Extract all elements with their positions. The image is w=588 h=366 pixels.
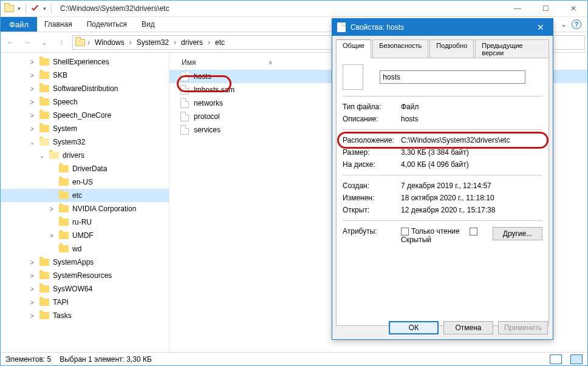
checkbox-readonly[interactable]	[401, 228, 409, 236]
status-item-count: Элементов: 5	[5, 355, 51, 364]
chevron-down-icon[interactable]: ▾	[18, 5, 21, 12]
tree-expander-icon[interactable]: >	[29, 313, 36, 319]
tree-node[interactable]: >NVIDIA Corporation	[1, 202, 169, 215]
tree-node[interactable]: >SoftwareDistribution	[1, 82, 169, 95]
label-size: Размер:	[343, 148, 401, 157]
window-title: C:\Windows\System32\drivers\etc	[56, 4, 504, 13]
tree-expander-icon[interactable]: >	[29, 72, 36, 79]
tree-expander-icon[interactable]: >	[29, 59, 36, 66]
column-header-name[interactable]: Имя	[169, 58, 196, 67]
tree-node[interactable]: wd	[1, 242, 169, 256]
ribbon-tab-share[interactable]: Поделиться	[80, 17, 134, 32]
tree-node[interactable]: DriverData	[1, 162, 169, 175]
tree-node-label: wd	[72, 245, 81, 253]
minimize-button[interactable]: —	[504, 1, 532, 16]
tree-expander-icon[interactable]: >	[29, 126, 36, 132]
tree-node[interactable]: >System	[1, 122, 169, 135]
chevron-right-icon[interactable]: ›	[173, 38, 177, 47]
tree-node[interactable]: >SysWOW64	[1, 282, 169, 296]
nav-recent-button[interactable]: ⌄	[37, 35, 52, 50]
file-icon	[180, 72, 189, 81]
file-name: services	[194, 126, 220, 134]
tab-previous-versions[interactable]: Предыдущие версии	[475, 39, 549, 58]
ribbon-tab-home[interactable]: Главная	[37, 17, 80, 32]
tree-node[interactable]: ⌄System32	[1, 135, 169, 149]
cancel-button[interactable]: Отмена	[443, 321, 493, 334]
nav-back-button[interactable]: ←	[3, 35, 18, 50]
apply-button[interactable]: Применить	[498, 321, 548, 334]
ribbon-expand-button[interactable]: ⌄	[556, 17, 572, 32]
nav-forward-button[interactable]: →	[20, 35, 35, 50]
tree-node[interactable]: etc	[1, 189, 169, 202]
help-button[interactable]: ?	[572, 19, 581, 29]
folder-icon	[59, 219, 69, 226]
chevron-right-icon[interactable]: ›	[128, 38, 133, 47]
tree-expander-icon[interactable]: >	[29, 273, 36, 279]
tree-expander-icon[interactable]: ⌄	[38, 152, 46, 159]
tree-node[interactable]: >UMDF	[1, 229, 169, 242]
tree-node[interactable]: >Speech_OneCore	[1, 109, 169, 122]
tree-expander-icon[interactable]: >	[48, 206, 55, 212]
tree-expander-icon[interactable]: >	[29, 299, 36, 306]
separator	[51, 4, 52, 13]
quick-access-toolbar: ▾ ▾	[1, 4, 56, 14]
label-accessed: Открыт:	[343, 206, 401, 214]
tree-node[interactable]: >Speech	[1, 95, 169, 109]
maximize-button[interactable]: ☐	[532, 1, 559, 16]
tree-expander-icon[interactable]: >	[29, 86, 36, 92]
tree-expander-icon[interactable]: >	[29, 99, 36, 106]
tree-node[interactable]: >Tasks	[1, 309, 169, 322]
tree-expander-icon[interactable]: ⌄	[29, 139, 36, 146]
tree-node[interactable]: >ShellExperiences	[1, 55, 169, 69]
folder-icon	[59, 205, 69, 212]
tree-node[interactable]: >SKB	[1, 69, 169, 82]
value-description: hosts	[401, 115, 542, 123]
tree-node[interactable]: >TAPI	[1, 296, 169, 309]
properties-icon[interactable]	[31, 4, 39, 14]
breadcrumb-item[interactable]: Windows	[92, 36, 127, 49]
breadcrumb-item[interactable]: System32	[134, 36, 171, 49]
chevron-down-icon[interactable]: ▾	[43, 5, 46, 12]
tree-expander-icon[interactable]: >	[29, 112, 36, 119]
ribbon-file-tab[interactable]: Файл	[1, 17, 37, 32]
tree-node[interactable]: ru-RU	[1, 215, 169, 229]
tree-expander-icon[interactable]: >	[29, 286, 36, 293]
tree-node-label: SKB	[53, 71, 67, 80]
value-modified: 18 октября 2020 г., 11:18:10	[401, 194, 542, 202]
nav-up-button[interactable]: ↑	[54, 35, 69, 50]
ribbon-tab-view[interactable]: Вид	[134, 17, 162, 32]
view-details-button[interactable]	[550, 354, 562, 364]
tree-node[interactable]: ⌄drivers	[1, 149, 169, 162]
dialog-titlebar[interactable]: Свойства: hosts ✕	[332, 19, 553, 36]
tab-security[interactable]: Безопасность	[372, 39, 428, 58]
breadcrumb-item[interactable]: drivers	[179, 36, 205, 49]
file-icon	[180, 85, 189, 95]
folder-icon	[59, 165, 69, 172]
tree-node[interactable]: >SystemApps	[1, 256, 169, 269]
chevron-right-icon[interactable]: ›	[86, 38, 91, 47]
tree-node-label: Speech	[53, 98, 78, 106]
tab-details[interactable]: Подробно	[429, 39, 474, 58]
close-button[interactable]: ✕	[559, 1, 587, 16]
file-name: protocol	[194, 112, 220, 121]
ok-button[interactable]: ОК	[389, 321, 439, 334]
dialog-buttons: ОК Отмена Применить	[389, 321, 548, 334]
tab-general[interactable]: Общие	[336, 39, 371, 58]
tree-expander-icon[interactable]: >	[29, 259, 36, 266]
breadcrumb-item[interactable]: etc	[213, 36, 227, 49]
file-name: networks	[194, 99, 223, 107]
attributes-advanced-button[interactable]: Другие...	[493, 227, 542, 240]
view-icons-button[interactable]	[570, 354, 583, 364]
tree-node[interactable]: en-US	[1, 175, 169, 189]
chevron-right-icon[interactable]: ›	[207, 38, 211, 47]
nav-tree[interactable]: >ShellExperiences>SKB>SoftwareDistributi…	[1, 53, 169, 352]
label-created: Создан:	[343, 181, 401, 190]
tree-node[interactable]: >SystemResources	[1, 269, 169, 282]
checkbox-hidden[interactable]	[470, 228, 477, 236]
dialog-close-button[interactable]: ✕	[528, 22, 553, 32]
tree-node-label: Speech_OneCore	[53, 111, 111, 120]
filename-field[interactable]	[380, 70, 525, 84]
tree-node-label: SystemApps	[53, 258, 94, 266]
value-location: C:\Windows\System32\drivers\etc	[401, 136, 542, 144]
tree-expander-icon[interactable]: >	[48, 232, 55, 239]
